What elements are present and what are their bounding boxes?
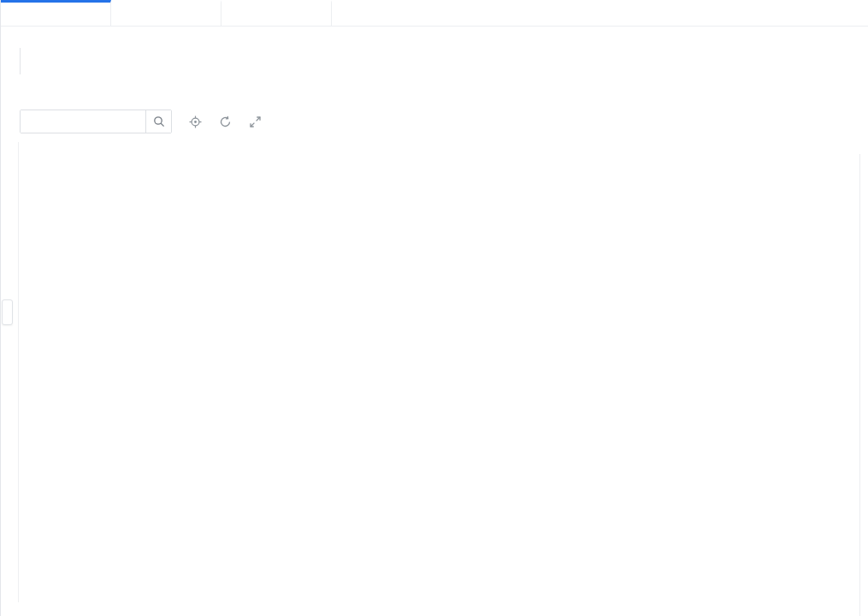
waterfall-toolbar <box>20 110 868 133</box>
expand-icon <box>249 116 262 128</box>
minimap-bars <box>20 48 855 74</box>
trace-minimap[interactable] <box>1 45 868 74</box>
tab-strip <box>1 0 868 27</box>
search-button[interactable] <box>145 110 171 133</box>
tab-trace-detail[interactable] <box>1 0 111 26</box>
panel-right-border <box>859 154 860 616</box>
filter-input[interactable] <box>21 110 145 133</box>
refresh-button[interactable] <box>218 115 232 128</box>
locate-button[interactable] <box>188 115 202 128</box>
subtab-bar <box>1 27 868 41</box>
search-icon <box>153 116 165 127</box>
list-icon <box>9 9 20 20</box>
tab-trace-analysis[interactable] <box>111 0 221 26</box>
span-waterfall <box>18 142 868 602</box>
refresh-icon <box>219 116 232 128</box>
time-axis <box>1 74 868 98</box>
expand-button[interactable] <box>248 115 262 128</box>
tab-data-stats[interactable] <box>221 0 332 26</box>
filter-box <box>20 110 172 133</box>
crosshair-icon <box>189 116 202 128</box>
chart-icon <box>119 9 130 20</box>
pie-icon <box>229 9 240 20</box>
collapse-drawer-handle[interactable] <box>2 299 13 325</box>
